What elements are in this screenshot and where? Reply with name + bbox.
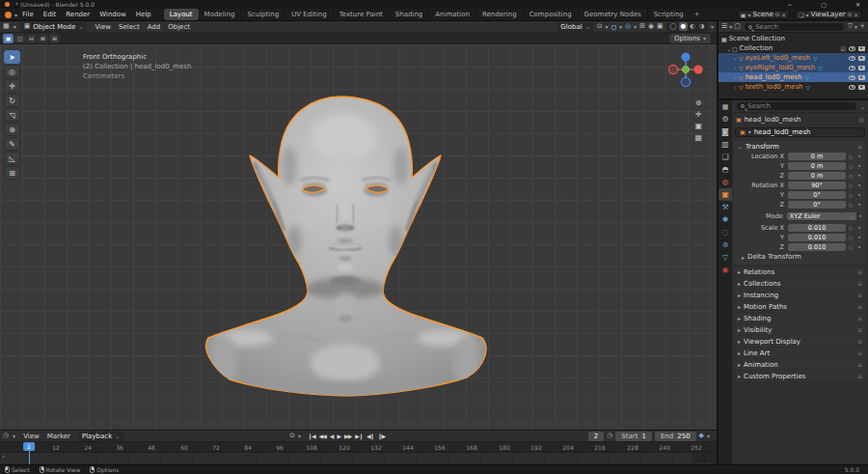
show-gizmos-icon[interactable]: ⊞ (639, 21, 645, 32)
timeline-ruler[interactable]: 1224364860728496108120132144156168180192… (0, 442, 717, 453)
navigation-gizmo[interactable] (665, 48, 707, 91)
play-button[interactable]: ▶ (337, 432, 340, 439)
snap-magnet-icon[interactable]: Ω (611, 21, 616, 32)
expand-arrow-icon[interactable]: › (732, 74, 739, 81)
tool-scale[interactable]: ◹ (4, 108, 20, 122)
new-view-layer-icon[interactable]: ⧉ (848, 11, 852, 18)
head_lod0_mesh[interactable]: › ▽ head_lod0_mesh ▽ (719, 72, 868, 82)
timeline-editor-icon[interactable]: ◷ (3, 431, 9, 441)
menu-item[interactable]: File (17, 9, 39, 20)
filter-icon[interactable]: ▽ (848, 21, 853, 32)
playhead-frame-badge[interactable]: 2 (23, 442, 35, 451)
viewport-menu-item[interactable]: View (91, 21, 115, 33)
properties-panel-collapsed[interactable]: ▸ Custom Properties ≡ (734, 371, 866, 381)
animate-dot-icon[interactable]: • (855, 162, 863, 169)
properties-editor-icon[interactable]: ▦ (719, 101, 732, 113)
object-name-field[interactable]: ▣ ▾ head_lod0_mesh (735, 127, 865, 137)
current-frame-field[interactable]: 2 (588, 432, 604, 441)
properties-panel-collapsed[interactable]: ▸ Instancing ≡ (734, 290, 866, 300)
render-camera-icon[interactable] (858, 85, 865, 90)
lock-icon[interactable]: ○ (846, 153, 855, 159)
properties-panel-collapsed[interactable]: ▸ Animation ≡ (734, 359, 866, 370)
properties-panel-collapsed[interactable]: ▸ Shading ≡ (734, 313, 866, 323)
panel-grip-icon[interactable]: ≡ (857, 303, 862, 310)
animate-dot-icon[interactable]: • (855, 172, 863, 179)
animate-dot-icon[interactable]: • (855, 201, 863, 208)
lock-icon[interactable]: ○ (846, 235, 855, 240)
breadcrumb-object-name[interactable]: head_lod0_mesh (745, 116, 801, 124)
next-frame-button[interactable]: ❙▶ (378, 432, 386, 439)
animate-dot-icon[interactable]: • (855, 224, 863, 231)
close-button[interactable]: ✕ (855, 0, 860, 9)
play-reverse-button[interactable]: ◀ (330, 432, 334, 439)
pin-icon[interactable]: ◎ (859, 116, 864, 123)
visibility-eye-icon[interactable] (849, 46, 855, 51)
properties-panel-collapsed[interactable]: ▸ Collections ≡ (734, 278, 866, 289)
panel-grip-icon[interactable]: ≡ (857, 143, 862, 150)
outliner-search[interactable]: Search (745, 23, 844, 31)
animate-dot-icon[interactable]: • (856, 212, 864, 219)
animate-dot-icon[interactable]: • (855, 153, 863, 159)
properties-search[interactable]: Search (737, 102, 856, 110)
tab-tool[interactable]: ⚙ (719, 113, 732, 125)
mode-selector[interactable]: ▣ Object Mode ⌄ (20, 22, 88, 32)
workspace-tab[interactable]: Texture Paint (334, 9, 390, 20)
value-field[interactable]: 0° (788, 201, 846, 209)
frame-end-field[interactable]: End 250 (655, 432, 696, 441)
value-field[interactable]: 0.010 (788, 243, 846, 251)
shading-solid[interactable]: ● (679, 22, 688, 31)
lock-icon[interactable]: ○ (846, 173, 855, 179)
proportional-editing-icon[interactable]: ◎ (625, 21, 631, 32)
render-camera-icon[interactable] (858, 56, 865, 61)
render-camera-icon[interactable] (858, 75, 865, 80)
tab-physics[interactable]: ◌ (719, 226, 732, 238)
blender-menu-icon[interactable] (5, 12, 12, 18)
transform-panel-header[interactable]: ⌄ Transform ≡ (734, 141, 866, 152)
options-chevron-icon[interactable]: ⌄ (860, 103, 865, 110)
auto-keying-icon[interactable]: ⊙ (289, 431, 295, 441)
lock-icon[interactable]: ○ (846, 202, 855, 208)
workspace-tab[interactable]: UV Editing (285, 9, 334, 20)
visibility-eye-icon[interactable] (849, 85, 855, 90)
outliner-collection-row[interactable]: ⌄ ▢ Collection ☑ (719, 43, 868, 53)
scene-selector[interactable]: ▣ ▾ Scene ⧉ ✕ (737, 10, 790, 19)
outliner-editor-icon[interactable]: ☰ (721, 21, 727, 32)
prev-frame-button[interactable]: ◀❙ (366, 432, 374, 439)
lock-icon[interactable]: ○ (846, 182, 855, 188)
tab-scene[interactable]: ◓ (719, 163, 732, 176)
select-mode-intersect[interactable]: ⊞ (49, 34, 60, 43)
tab-material[interactable]: ◉ (719, 264, 732, 276)
lock-icon[interactable]: ○ (846, 244, 855, 250)
expand-channels-icon[interactable]: › (2, 453, 5, 460)
panel-grip-icon[interactable]: ≡ (857, 280, 862, 287)
value-field[interactable]: 0 m (788, 153, 846, 160)
animate-dot-icon[interactable]: • (855, 243, 863, 250)
maximize-button[interactable]: ▢ (821, 0, 827, 9)
options-button[interactable]: Options ▾ (669, 34, 711, 43)
editor-type-icon[interactable]: ▦ (3, 21, 10, 32)
zoom-icon[interactable]: ⊕ (694, 98, 702, 107)
tool-annotate[interactable]: ✎ (4, 137, 20, 151)
tool-move[interactable]: ✛ (4, 79, 20, 93)
panel-grip-icon[interactable]: ≡ (857, 268, 862, 275)
camera-view-icon[interactable]: ▣ (694, 122, 702, 130)
tab-object[interactable]: ▣ (719, 188, 732, 201)
select-mode-invert[interactable]: ⊠ (38, 34, 48, 43)
tab-render[interactable]: ◙ (719, 125, 732, 138)
xray-toggle-icon[interactable]: ▣ (657, 21, 664, 32)
lock-icon[interactable]: ○ (846, 163, 855, 169)
shading-wireframe[interactable]: ◯ (668, 22, 678, 31)
properties-panel-collapsed[interactable]: ▸ Visibility ≡ (734, 324, 866, 335)
viewport-menu-item[interactable]: Object (164, 21, 194, 33)
value-field[interactable]: 90° (788, 181, 846, 189)
visibility-eye-icon[interactable] (849, 66, 855, 70)
tool-transform[interactable]: ⊕ (4, 123, 20, 136)
menu-item[interactable]: Edit (39, 9, 62, 20)
unlink-scene-icon[interactable]: ✕ (781, 12, 786, 18)
panel-grip-icon[interactable]: ≡ (857, 326, 862, 333)
tool-cursor[interactable]: ◎ (4, 65, 20, 78)
panel-grip-icon[interactable]: ≡ (857, 361, 862, 368)
menu-item[interactable]: Help (131, 9, 156, 20)
workspace-tab[interactable]: Compositing (524, 9, 579, 20)
tab-world[interactable]: ◍ (719, 176, 732, 188)
